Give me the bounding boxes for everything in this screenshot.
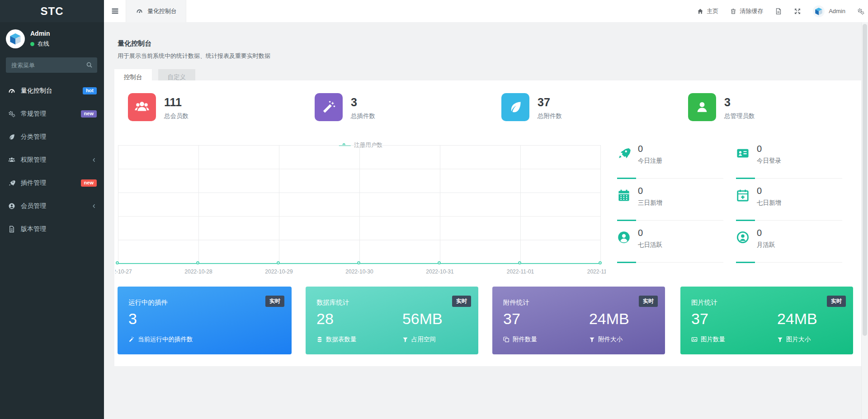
stat-value: 111: [164, 95, 189, 109]
filter-icon: [777, 337, 783, 343]
sidebar-item-general[interactable]: 常规管理 new: [0, 102, 104, 125]
users-icon: [8, 156, 16, 164]
hot-badge: hot: [83, 87, 97, 94]
data-point: [599, 261, 602, 264]
sidebar-menu: 量化控制台 hot 常规管理 new 分类管理 权限管理: [0, 79, 104, 240]
card-label: 当前运行中的插件数: [138, 335, 193, 344]
card-database-stats: 数据库统计 实时 28 56MB 数据表数量 占用空间: [306, 287, 478, 354]
page-title: 量化控制台: [118, 39, 868, 48]
app-logo[interactable]: STC: [0, 0, 104, 22]
sidebar-item-plugins[interactable]: 插件管理 new: [0, 171, 104, 194]
clear-cache-label: 清除缓存: [740, 7, 763, 15]
user-circle-icon: [8, 202, 16, 210]
mini-stat-label: 今日注册: [638, 157, 723, 165]
data-point: [116, 261, 119, 264]
rocket-icon: [617, 146, 631, 160]
mini-stat-7day-active: 0 七日活跃: [617, 228, 723, 263]
card-image-stats: 图片统计 实时 37 24MB 图片数量 图片大小: [680, 287, 853, 354]
nav-tab-dashboard[interactable]: 量化控制台: [126, 0, 186, 22]
page-scrollbar[interactable]: [861, 22, 868, 419]
user-filled-icon: [617, 231, 631, 244]
card-label: 占用空间: [411, 335, 436, 344]
realtime-badge: 实时: [639, 296, 658, 307]
dashboard-icon: [135, 8, 143, 14]
data-point: [518, 261, 521, 264]
top-navbar: 量化控制台 主页 清除缓存 Ad: [104, 0, 868, 22]
avatar: [813, 5, 825, 17]
x-tick-label: 2022-10-29: [265, 268, 292, 275]
user-menu-label: Admin: [829, 8, 845, 14]
registered-users-chart: 注册用户数 2022-10-27 2022-10-28 2022-10-29 2…: [115, 141, 606, 278]
page-icon: [775, 8, 782, 15]
menu-search: [6, 57, 97, 73]
scrollbar-thumb[interactable]: [863, 24, 867, 336]
x-tick-label: 2022-11-01: [507, 268, 534, 275]
stat-total-attachments: 37 总附件数: [488, 93, 675, 121]
gears-icon: [8, 110, 16, 118]
id-card-icon: [736, 146, 750, 160]
sidebar-item-label: 会员管理: [21, 202, 46, 210]
filter-icon: [402, 337, 408, 343]
mini-stat-label: 三日新增: [638, 199, 723, 207]
data-point: [357, 261, 360, 264]
sidebar-item-label: 插件管理: [21, 179, 46, 187]
sidebar-item-dashboard[interactable]: 量化控制台 hot: [0, 79, 104, 102]
mini-stat-month-active: 0 月活跃: [736, 228, 842, 263]
calendar-plus-icon: [736, 188, 750, 202]
main-content: 量化控制台 用于展示当前系统中的统计数据、统计报表及重要实时数据 控制台 自定义…: [104, 22, 868, 419]
data-point: [196, 261, 199, 264]
card-title: 运行中的插件: [128, 298, 168, 307]
home-icon: [697, 8, 703, 14]
card-value: 28: [316, 310, 334, 328]
sidebar-item-category[interactable]: 分类管理: [0, 125, 104, 148]
page-icon-button[interactable]: [775, 8, 782, 15]
mini-stat-today-login: 0 今日登录: [736, 144, 842, 179]
home-link[interactable]: 主页: [697, 7, 718, 15]
user-circle-icon: [736, 231, 750, 244]
realtime-badge: 实时: [827, 296, 846, 307]
sidebar-toggle-button[interactable]: [104, 0, 126, 22]
dashboard-icon: [8, 87, 16, 94]
avatar[interactable]: [6, 29, 25, 48]
search-input[interactable]: [6, 57, 97, 73]
chevron-left-icon: [91, 203, 97, 209]
magic-wand-icon: [315, 93, 343, 121]
chart-grid: [118, 145, 601, 264]
mini-stat-value: 0: [757, 228, 842, 238]
search-icon[interactable]: [86, 61, 93, 68]
online-dot: [30, 42, 34, 46]
card-value: 3: [128, 310, 137, 328]
data-point: [277, 261, 280, 264]
sidebar-item-versions[interactable]: 版本管理: [0, 217, 104, 240]
clear-cache-button[interactable]: 清除缓存: [730, 7, 763, 15]
fullscreen-button[interactable]: [794, 8, 801, 15]
sidebar-item-label: 分类管理: [21, 133, 46, 141]
image-icon: [691, 336, 698, 343]
stat-label: 总插件数: [351, 112, 375, 120]
sidebar-item-members[interactable]: 会员管理: [0, 194, 104, 217]
user-name: Admin: [30, 30, 50, 37]
fullscreen-icon: [794, 8, 801, 15]
home-label: 主页: [707, 7, 718, 15]
card-title: 数据库统计: [316, 298, 349, 307]
chevron-left-icon: [91, 157, 97, 163]
mini-stat-value: 0: [638, 186, 723, 196]
settings-button[interactable]: [857, 8, 864, 15]
mini-stat-value: 0: [638, 228, 723, 238]
card-title: 图片统计: [691, 298, 717, 307]
stat-value: 3: [724, 95, 755, 109]
stat-total-members: 111 总会员数: [114, 93, 301, 121]
mini-stat-label: 七日活跃: [638, 241, 723, 249]
nav-tab-label: 量化控制台: [147, 7, 177, 15]
data-point: [438, 261, 441, 264]
card-label: 附件数量: [513, 335, 537, 344]
card-label: 数据表数量: [326, 335, 357, 344]
stat-value: 37: [538, 95, 562, 109]
mini-stat-3day-new: 0 三日新增: [617, 186, 723, 221]
sidebar-item-permissions[interactable]: 权限管理: [0, 148, 104, 171]
stat-value: 3: [351, 95, 375, 109]
filter-icon: [589, 337, 595, 343]
mini-stat-value: 0: [757, 144, 842, 154]
user-menu[interactable]: Admin: [813, 5, 845, 17]
mini-stats-grid: 0 今日注册 0 今日登录 0: [617, 144, 857, 263]
